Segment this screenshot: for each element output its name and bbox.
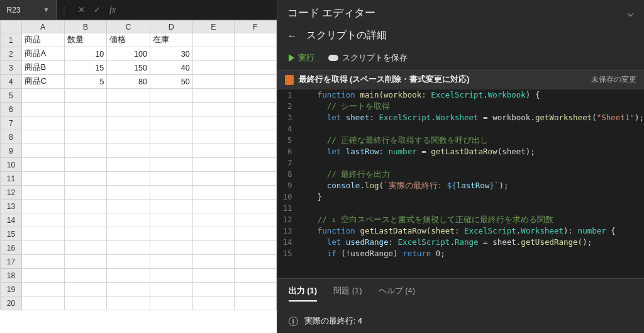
spreadsheet-grid[interactable]: ABCDEF1商品数量価格在庫2商品A10100303商品B15150404商品… (0, 20, 277, 333)
tab-output[interactable]: 出力 (1) (289, 285, 318, 302)
cell[interactable] (64, 227, 107, 241)
row-header[interactable]: 3 (1, 61, 22, 75)
cell[interactable] (192, 33, 234, 47)
row-header[interactable]: 7 (1, 116, 22, 130)
cell[interactable] (21, 116, 64, 130)
row-header[interactable]: 16 (1, 241, 22, 255)
cell[interactable] (235, 186, 276, 200)
save-script-button[interactable]: スクリプトを保存 (328, 52, 408, 64)
cell[interactable] (64, 269, 107, 283)
cell[interactable]: 10 (64, 47, 107, 61)
cell[interactable] (64, 200, 107, 213)
cell[interactable]: 40 (150, 61, 192, 75)
cell[interactable] (107, 172, 150, 186)
cell[interactable] (107, 296, 150, 310)
cell[interactable] (150, 186, 192, 200)
chevron-down-icon[interactable]: ▼ (43, 6, 50, 13)
cell[interactable] (21, 241, 64, 255)
cell[interactable] (235, 103, 276, 116)
cell[interactable] (107, 241, 150, 255)
cell[interactable] (192, 283, 234, 296)
cell[interactable] (64, 130, 107, 144)
row-header[interactable]: 19 (1, 283, 22, 296)
cell[interactable] (235, 116, 276, 130)
cell[interactable] (64, 89, 107, 103)
column-header[interactable]: E (192, 21, 234, 33)
cell[interactable] (21, 103, 64, 116)
cell[interactable] (107, 103, 150, 116)
row-header[interactable]: 14 (1, 213, 22, 227)
row-header[interactable]: 13 (1, 200, 22, 213)
cell[interactable]: 150 (107, 61, 150, 75)
code-editor[interactable]: 1 function main(workbook: ExcelScript.Wo… (277, 89, 644, 278)
cell[interactable] (21, 296, 64, 310)
cell[interactable] (107, 283, 150, 296)
cell[interactable] (235, 61, 276, 75)
row-header[interactable]: 6 (1, 103, 22, 116)
cell[interactable] (107, 227, 150, 241)
cell[interactable] (150, 89, 192, 103)
cell[interactable] (107, 89, 150, 103)
row-header[interactable]: 12 (1, 186, 22, 200)
cell[interactable] (21, 255, 64, 269)
cell[interactable] (64, 186, 107, 200)
tab-help[interactable]: ヘルプ (4) (379, 285, 416, 302)
column-header[interactable]: F (235, 21, 276, 33)
cell[interactable] (235, 172, 276, 186)
cell[interactable] (150, 103, 192, 116)
cell[interactable]: 15 (64, 61, 107, 75)
cell[interactable] (107, 255, 150, 269)
cell[interactable]: 商品 (21, 33, 64, 47)
cell[interactable] (64, 255, 107, 269)
cell[interactable] (192, 241, 234, 255)
cell[interactable] (64, 103, 107, 116)
cell[interactable] (235, 158, 276, 172)
cell[interactable] (192, 296, 234, 310)
cell[interactable] (235, 89, 276, 103)
cell[interactable] (150, 116, 192, 130)
cell[interactable] (235, 255, 276, 269)
row-header[interactable]: 1 (1, 33, 22, 47)
cell[interactable] (192, 186, 234, 200)
name-box[interactable]: ▼ (0, 0, 57, 20)
cell[interactable] (235, 283, 276, 296)
cell[interactable] (235, 75, 276, 89)
cell[interactable] (21, 200, 64, 213)
cell[interactable] (64, 172, 107, 186)
cell[interactable]: 5 (64, 75, 107, 89)
cell[interactable]: 数量 (64, 33, 107, 47)
cell[interactable] (192, 61, 234, 75)
collapse-icon[interactable]: ⌵ (627, 6, 634, 20)
cell[interactable] (150, 172, 192, 186)
cell[interactable] (150, 144, 192, 158)
cell[interactable] (150, 255, 192, 269)
cell[interactable] (64, 283, 107, 296)
cell[interactable] (235, 144, 276, 158)
row-header[interactable]: 20 (1, 296, 22, 310)
row-header[interactable]: 15 (1, 227, 22, 241)
cell[interactable] (64, 144, 107, 158)
cell[interactable] (192, 172, 234, 186)
cell[interactable]: 在庫 (150, 33, 192, 47)
cell[interactable] (235, 241, 276, 255)
cell[interactable] (235, 47, 276, 61)
tab-problems[interactable]: 問題 (1) (333, 285, 362, 302)
cell[interactable] (235, 213, 276, 227)
cell[interactable] (21, 283, 64, 296)
row-header[interactable]: 10 (1, 158, 22, 172)
cell-reference-input[interactable] (7, 6, 41, 14)
cell[interactable] (192, 227, 234, 241)
cell[interactable] (107, 200, 150, 213)
cell[interactable] (150, 283, 192, 296)
cell[interactable] (107, 213, 150, 227)
column-header[interactable]: D (150, 21, 192, 33)
cell[interactable]: 80 (107, 75, 150, 89)
cell[interactable] (192, 255, 234, 269)
column-header[interactable]: B (64, 21, 107, 33)
row-header[interactable]: 8 (1, 130, 22, 144)
cell[interactable] (21, 213, 64, 227)
row-header[interactable]: 4 (1, 75, 22, 89)
cell[interactable] (64, 213, 107, 227)
row-header[interactable]: 11 (1, 172, 22, 186)
cell[interactable] (64, 158, 107, 172)
